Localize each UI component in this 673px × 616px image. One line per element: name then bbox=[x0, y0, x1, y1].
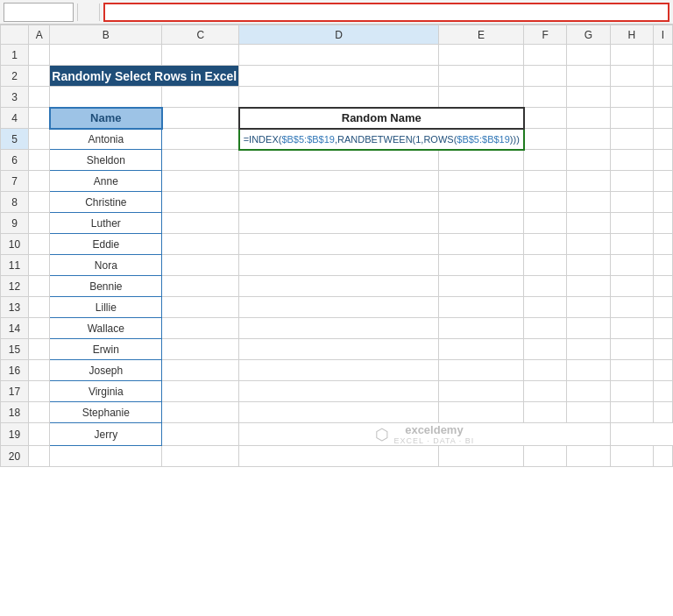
cell-5-8[interactable] bbox=[610, 129, 653, 150]
cell-20-col7[interactable] bbox=[567, 446, 611, 467]
cell-12-col8[interactable] bbox=[610, 276, 653, 297]
cell-15-col6[interactable] bbox=[524, 339, 567, 360]
cell-D9[interactable] bbox=[239, 213, 439, 234]
cell-A17[interactable] bbox=[29, 381, 50, 402]
cell-18-col5[interactable] bbox=[438, 402, 524, 423]
cell-D1[interactable] bbox=[239, 45, 439, 66]
cell-C19[interactable] bbox=[162, 423, 239, 446]
cell-B18[interactable]: Stephanie bbox=[50, 402, 162, 423]
cell-2-5[interactable] bbox=[438, 66, 524, 87]
cell-C13[interactable] bbox=[162, 297, 239, 318]
cell-17-col9[interactable] bbox=[654, 381, 673, 402]
cell-A20[interactable] bbox=[29, 446, 50, 467]
cell-3-col8[interactable] bbox=[610, 87, 653, 108]
cell-20-col8[interactable] bbox=[610, 446, 653, 467]
cell-9-col8[interactable] bbox=[610, 213, 653, 234]
cell-D5[interactable]: =INDEX($B$5:$B$19,RANDBETWEEN(1,ROWS($B$… bbox=[239, 129, 524, 150]
cell-D6[interactable] bbox=[239, 150, 439, 171]
cell-13-col7[interactable] bbox=[567, 297, 611, 318]
cell-17-col8[interactable] bbox=[610, 381, 653, 402]
cell-A5[interactable] bbox=[29, 129, 50, 150]
row-header-3[interactable]: 3 bbox=[1, 87, 29, 108]
cell-1-col5[interactable] bbox=[438, 45, 524, 66]
cell-2-6[interactable] bbox=[524, 66, 567, 87]
row-header-15[interactable]: 15 bbox=[1, 339, 29, 360]
row-header-11[interactable]: 11 bbox=[1, 255, 29, 276]
cell-16-col6[interactable] bbox=[524, 360, 567, 381]
cell-20-col6[interactable] bbox=[524, 446, 567, 467]
cell-10-col6[interactable] bbox=[524, 234, 567, 255]
cell-10-col5[interactable] bbox=[438, 234, 524, 255]
cell-11-col8[interactable] bbox=[610, 255, 653, 276]
col-header-H[interactable]: H bbox=[610, 25, 653, 45]
cell-7-col6[interactable] bbox=[524, 171, 567, 192]
cell-5-6[interactable] bbox=[524, 129, 567, 150]
cell-B10[interactable]: Eddie bbox=[50, 234, 162, 255]
cell-A13[interactable] bbox=[29, 297, 50, 318]
cell-16-col5[interactable] bbox=[438, 360, 524, 381]
cell-9-col7[interactable] bbox=[567, 213, 611, 234]
cell-B7[interactable]: Anne bbox=[50, 171, 162, 192]
col-header-D[interactable]: D bbox=[239, 25, 439, 45]
cell-8-col5[interactable] bbox=[438, 192, 524, 213]
cell-4-8[interactable] bbox=[610, 108, 653, 129]
row-header-13[interactable]: 13 bbox=[1, 297, 29, 318]
cell-A8[interactable] bbox=[29, 192, 50, 213]
cell-14-col7[interactable] bbox=[567, 318, 611, 339]
cell-C20[interactable] bbox=[162, 446, 239, 467]
cell-6-col5[interactable] bbox=[438, 150, 524, 171]
cell-A14[interactable] bbox=[29, 318, 50, 339]
cell-10-col7[interactable] bbox=[567, 234, 611, 255]
row-header-16[interactable]: 16 bbox=[1, 360, 29, 381]
cell-8-col7[interactable] bbox=[567, 192, 611, 213]
cell-12-col6[interactable] bbox=[524, 276, 567, 297]
cell-C18[interactable] bbox=[162, 402, 239, 423]
cell-B14[interactable]: Wallace bbox=[50, 318, 162, 339]
cell-C5[interactable] bbox=[162, 129, 239, 150]
cell-20-col5[interactable] bbox=[438, 446, 524, 467]
cell-17-col7[interactable] bbox=[567, 381, 611, 402]
cell-D17[interactable] bbox=[239, 381, 439, 402]
cell-D19[interactable]: ⬡exceldemyEXCEL · DATA · BI bbox=[239, 423, 611, 446]
cell-B20[interactable] bbox=[50, 446, 162, 467]
cell-C9[interactable] bbox=[162, 213, 239, 234]
cell-C17[interactable] bbox=[162, 381, 239, 402]
cell-D12[interactable] bbox=[239, 276, 439, 297]
row-header-17[interactable]: 17 bbox=[1, 381, 29, 402]
cell-C11[interactable] bbox=[162, 255, 239, 276]
row-header-2[interactable]: 2 bbox=[1, 66, 29, 87]
cell-8-col8[interactable] bbox=[610, 192, 653, 213]
cell-A7[interactable] bbox=[29, 171, 50, 192]
row-header-20[interactable]: 20 bbox=[1, 446, 29, 467]
cell-14-col9[interactable] bbox=[654, 318, 673, 339]
cell-4-9[interactable] bbox=[654, 108, 673, 129]
cell-B6[interactable]: Sheldon bbox=[50, 150, 162, 171]
col-header-I[interactable]: I bbox=[654, 25, 673, 45]
cell-B1[interactable] bbox=[50, 45, 162, 66]
cell-15-col7[interactable] bbox=[567, 339, 611, 360]
cell-16-col7[interactable] bbox=[567, 360, 611, 381]
col-header-B[interactable]: B bbox=[50, 25, 162, 45]
cell-9-col9[interactable] bbox=[654, 213, 673, 234]
cell-D10[interactable] bbox=[239, 234, 439, 255]
cell-1-col9[interactable] bbox=[654, 45, 673, 66]
cell-14-col6[interactable] bbox=[524, 318, 567, 339]
cell-B8[interactable]: Christine bbox=[50, 192, 162, 213]
cell-D18[interactable] bbox=[239, 402, 439, 423]
cell-6-col9[interactable] bbox=[654, 150, 673, 171]
cell-D14[interactable] bbox=[239, 318, 439, 339]
cell-D15[interactable] bbox=[239, 339, 439, 360]
cell-D2[interactable] bbox=[239, 66, 439, 87]
col-header-F[interactable]: F bbox=[524, 25, 567, 45]
cell-D3[interactable] bbox=[239, 87, 439, 108]
cell-A16[interactable] bbox=[29, 360, 50, 381]
cell-A11[interactable] bbox=[29, 255, 50, 276]
row-header-5[interactable]: 5 bbox=[1, 129, 29, 150]
cell-2-8[interactable] bbox=[610, 66, 653, 87]
cell-10-col9[interactable] bbox=[654, 234, 673, 255]
cell-3-col7[interactable] bbox=[567, 87, 611, 108]
cell-B11[interactable]: Nora bbox=[50, 255, 162, 276]
cell-9-col5[interactable] bbox=[438, 213, 524, 234]
cell-2-9[interactable] bbox=[654, 66, 673, 87]
cell-A4[interactable] bbox=[29, 108, 50, 129]
